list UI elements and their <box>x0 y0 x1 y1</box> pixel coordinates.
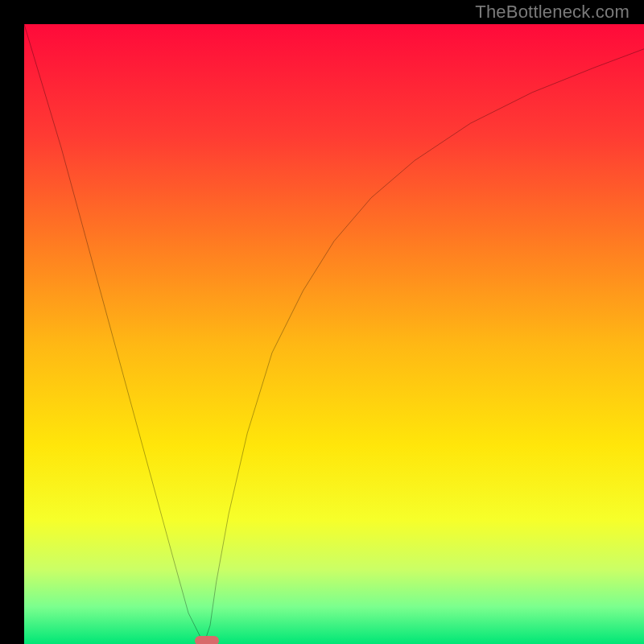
optimum-marker <box>195 636 219 644</box>
watermark-text: TheBottleneck.com <box>475 2 630 23</box>
chart-frame <box>12 12 632 632</box>
plot-area <box>24 24 644 644</box>
bottleneck-curve <box>24 24 644 644</box>
